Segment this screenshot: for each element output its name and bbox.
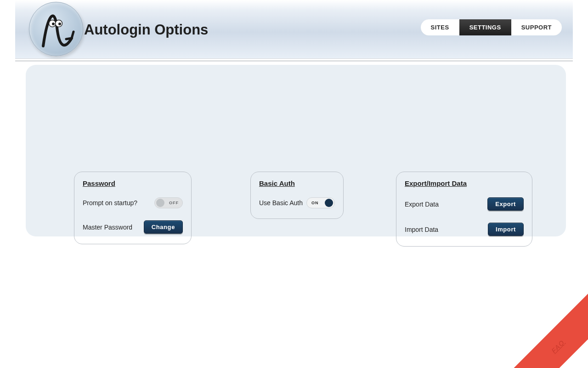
nav-tab-settings[interactable]: SETTINGS xyxy=(459,19,511,35)
faq-link[interactable]: FAQ xyxy=(495,285,588,368)
prompt-on-startup-label: Prompt on startup? xyxy=(83,199,137,207)
export-button[interactable]: Export xyxy=(487,197,524,211)
card-password: Password Prompt on startup? OFF Master P… xyxy=(74,172,192,244)
nav-tabs: SITES SETTINGS SUPPORT xyxy=(421,19,562,35)
faq-label: FAQ xyxy=(550,338,566,354)
master-password-label: Master Password xyxy=(83,224,132,231)
card-export-import-title: Export/Import Data xyxy=(405,179,524,187)
logo-circle xyxy=(29,2,83,56)
card-password-title: Password xyxy=(83,179,183,187)
toggle-off-label: OFF xyxy=(169,201,179,205)
export-data-label: Export Data xyxy=(405,201,439,208)
prompt-on-startup-toggle[interactable]: OFF xyxy=(154,197,183,208)
card-basic-auth-title: Basic Auth xyxy=(259,179,335,187)
import-data-label: Import Data xyxy=(405,226,438,233)
card-export-import: Export/Import Data Export Data Export Im… xyxy=(396,172,532,247)
use-basic-auth-toggle[interactable]: ON xyxy=(306,197,335,208)
toggle-knob xyxy=(156,199,164,207)
card-basic-auth: Basic Auth Use Basic Auth ON xyxy=(250,172,344,219)
change-password-button[interactable]: Change xyxy=(144,220,183,234)
use-basic-auth-label: Use Basic Auth xyxy=(259,199,303,207)
page-title: Autologin Options xyxy=(84,22,208,38)
header: Autologin Options SITES SETTINGS SUPPORT xyxy=(15,0,573,59)
svg-point-3 xyxy=(58,23,61,25)
faq-corner: FAQ xyxy=(492,285,588,368)
nav-tab-support[interactable]: SUPPORT xyxy=(511,19,562,35)
nav-tab-sites[interactable]: SITES xyxy=(421,19,459,35)
app-logo xyxy=(29,2,83,56)
toggle-knob xyxy=(325,199,333,207)
logo-glyph-icon xyxy=(29,2,84,57)
toggle-on-label: ON xyxy=(311,201,319,205)
import-button[interactable]: Import xyxy=(488,223,524,236)
svg-point-2 xyxy=(52,23,55,25)
